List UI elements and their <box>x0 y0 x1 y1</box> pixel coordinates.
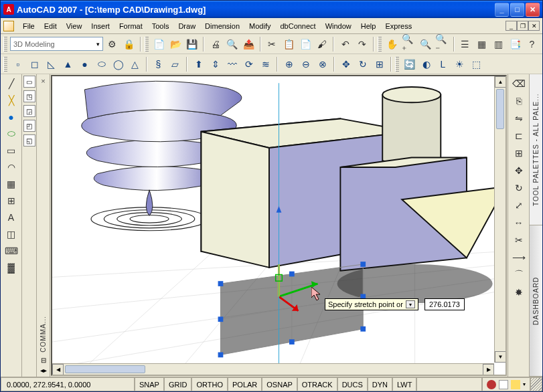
dashboard-tab[interactable]: DASHBOARD <box>530 225 542 377</box>
mdi-restore-button[interactable]: ❐ <box>517 21 528 31</box>
pyramid-button[interactable]: △ <box>127 56 143 72</box>
menu-view[interactable]: View <box>62 20 87 32</box>
box-button[interactable]: ◻ <box>27 56 42 72</box>
block-button[interactable]: ◫ <box>3 226 19 241</box>
menu-file[interactable]: File <box>18 20 40 32</box>
dynamic-input-value[interactable]: 276.0173 <box>424 298 465 310</box>
tool-palettes-button[interactable]: ▥ <box>491 36 506 52</box>
drawing-canvas[interactable]: Specify stretch point or ▾ 276.0173 ▲ ▼ … <box>51 75 507 376</box>
menu-dimension[interactable]: Dimension <box>200 20 244 32</box>
horizontal-scrollbar[interactable]: ◀ ▶ <box>52 363 494 375</box>
mdi-minimize-button[interactable]: _ <box>506 21 517 31</box>
sheet-set-button[interactable]: 📑 <box>508 36 523 52</box>
drawing-viewport[interactable] <box>52 76 506 375</box>
helix-button[interactable]: § <box>151 56 166 72</box>
otrack-toggle[interactable]: OTRACK <box>297 377 337 391</box>
new-button[interactable]: 📄 <box>151 36 167 52</box>
redo-button[interactable]: ↷ <box>354 36 370 52</box>
menu-modify[interactable]: Modify <box>244 20 275 32</box>
hatch-button[interactable]: ▦ <box>3 176 19 191</box>
planar-surface-button[interactable]: ▱ <box>167 56 183 72</box>
zoom-previous-button[interactable]: 🔍⁻ <box>435 36 450 52</box>
tool-palettes-tab[interactable]: TOOL PALETTES - ALL PALE... <box>530 74 542 225</box>
palette-close-icon[interactable]: × <box>41 77 45 85</box>
menu-window[interactable]: Window <box>321 20 356 32</box>
menu-insert[interactable]: Insert <box>86 20 114 32</box>
section-plane-button[interactable]: ⬚ <box>469 56 484 72</box>
lock-icon[interactable] <box>499 380 508 389</box>
3d-orbit-button[interactable]: 🔄 <box>402 56 417 72</box>
ortho-toggle[interactable]: ORTHO <box>191 377 228 391</box>
tray-expand-icon[interactable]: ▾ <box>523 381 526 387</box>
cylinder-tool-button[interactable]: ⬭ <box>3 126 19 141</box>
command-line-palette[interactable]: × COMMA... ⊟ ◂▸ <box>37 74 50 377</box>
3d-rotate-button[interactable]: ↻ <box>355 56 370 72</box>
mtext-button[interactable]: A <box>3 209 19 225</box>
toolbar-grip[interactable] <box>145 37 149 52</box>
swatch-button[interactable]: ▓ <box>3 260 19 275</box>
maximize-button[interactable]: □ <box>510 3 524 17</box>
torus-button[interactable]: ◯ <box>110 56 126 72</box>
tray-settings-icon[interactable] <box>511 380 520 389</box>
menu-express[interactable]: Express <box>380 20 416 32</box>
menu-edit[interactable]: Edit <box>40 20 62 32</box>
3d-hidden-button[interactable]: ◲ <box>23 105 35 117</box>
erase-button[interactable]: ⌫ <box>511 76 526 91</box>
rectangle-button[interactable]: ▭ <box>3 142 19 158</box>
palette-auto-hide-icon[interactable]: ◂▸ <box>40 367 47 374</box>
ucs-button[interactable]: L <box>435 56 451 72</box>
trim-button[interactable]: ✂ <box>511 232 526 248</box>
stretch-button[interactable]: ↔ <box>511 215 526 230</box>
offset-button[interactable]: ⊏ <box>511 128 526 143</box>
arc-button[interactable]: ◠ <box>3 159 19 175</box>
sweep-button[interactable]: 〰 <box>224 56 240 72</box>
toolbar-grip[interactable] <box>395 57 399 72</box>
explode-button[interactable]: ✸ <box>511 284 526 300</box>
3d-align-button[interactable]: ⊞ <box>372 56 387 72</box>
menu-dbconnect[interactable]: dbConnect <box>275 20 320 32</box>
cylinder-button[interactable]: ⬭ <box>94 56 109 72</box>
vertical-scrollbar[interactable]: ▲ ▼ <box>494 76 506 363</box>
loft-button[interactable]: ≋ <box>258 56 273 72</box>
construction-line-button[interactable]: ╳ <box>3 92 19 108</box>
design-center-button[interactable]: ▦ <box>474 36 489 52</box>
menu-tools[interactable]: Tools <box>147 20 174 32</box>
3d-wireframe-button[interactable]: ◳ <box>23 90 35 102</box>
mdi-close-button[interactable]: ✕ <box>528 21 540 31</box>
cut-button[interactable]: ✂ <box>264 36 280 52</box>
revolve-button[interactable]: ⟳ <box>241 56 256 72</box>
sphere-tool-button[interactable]: ● <box>3 109 19 124</box>
mirror-button[interactable]: ⇋ <box>511 110 526 126</box>
polysolid-button[interactable]: ▫ <box>10 56 25 72</box>
workspace-combo[interactable]: 3D Modeling ▾ <box>10 37 103 51</box>
copy-object-button[interactable]: ⎘ <box>511 93 526 108</box>
menu-format[interactable]: Format <box>114 20 147 32</box>
menu-draw[interactable]: Draw <box>173 20 200 32</box>
subtract-button[interactable]: ⊖ <box>298 56 313 72</box>
render-button[interactable]: ☀ <box>452 56 467 72</box>
close-button[interactable]: ✕ <box>526 3 540 17</box>
scroll-up-button[interactable]: ▲ <box>495 76 506 88</box>
calculator-button[interactable]: ⌨ <box>3 243 19 258</box>
toolbar-grip[interactable] <box>3 37 7 52</box>
scroll-left-button[interactable]: ◀ <box>52 364 64 375</box>
ducs-toggle[interactable]: DUCS <box>337 377 368 391</box>
union-button[interactable]: ⊕ <box>281 56 297 72</box>
presspull-button[interactable]: ⇕ <box>208 56 223 72</box>
conceptual-button[interactable]: ◱ <box>23 134 35 146</box>
scroll-thumb[interactable] <box>65 365 145 373</box>
grid-toggle[interactable]: GRID <box>164 377 192 391</box>
workspace-settings-button[interactable]: ⚙ <box>104 36 120 52</box>
zoom-window-button[interactable]: 🔍 <box>418 36 433 52</box>
paste-button[interactable]: 📄 <box>298 36 313 52</box>
toolbar-grip[interactable] <box>3 57 7 72</box>
minimize-button[interactable]: _ <box>495 3 509 17</box>
scroll-down-button[interactable]: ▼ <box>495 351 506 363</box>
undo-button[interactable]: ↶ <box>337 36 353 52</box>
cone-button[interactable]: ▲ <box>60 56 76 72</box>
properties-button[interactable]: ☰ <box>458 36 473 52</box>
zoom-realtime-button[interactable]: 🔍⁺ <box>401 36 416 52</box>
fillet-button[interactable]: ⌒ <box>511 267 526 282</box>
wedge-button[interactable]: ◺ <box>44 56 59 72</box>
publish-button[interactable]: 📤 <box>241 36 256 52</box>
